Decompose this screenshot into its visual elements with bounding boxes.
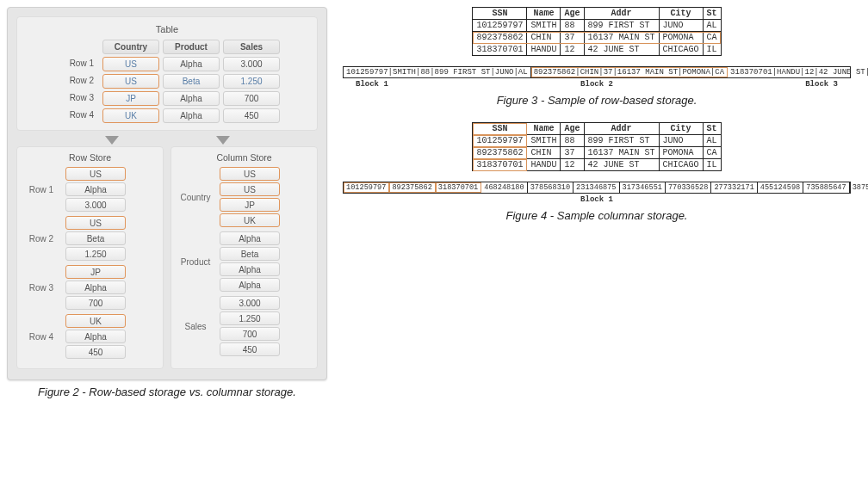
th-name: Name <box>527 8 561 20</box>
table-cell: IL <box>703 159 721 171</box>
row-store-row: Row 3 JP Alpha 700 <box>21 265 159 310</box>
table-cell: HANDU <box>527 159 561 171</box>
store-cell: US <box>65 167 126 181</box>
table-cell: 700 <box>223 91 280 106</box>
arrow-down-icon <box>216 136 230 145</box>
table-row: 318370701 HANDU 12 42 JUNE ST CHICAGO IL <box>473 159 721 171</box>
table-cell: 88 <box>561 20 584 32</box>
column-store-group: Product Alpha Beta Alpha Alpha <box>175 231 313 292</box>
table-cell: 88 <box>561 135 584 147</box>
block-segment-highlighted: 892375862|CHIN|37|16137 MAIN ST|POMONA|C… <box>531 67 728 77</box>
table-cell: CHIN <box>527 147 561 159</box>
col-header-country: Country <box>102 40 159 54</box>
block-segment: 468248180 <box>481 182 527 193</box>
block-label: Block 3 <box>805 80 838 89</box>
th-st: St <box>703 8 721 20</box>
table-cell: SMITH <box>527 135 561 147</box>
table-cell: JUNO <box>659 20 703 32</box>
table-cell: 318370701 <box>473 159 527 171</box>
th-name: Name <box>527 123 561 135</box>
column-store-title: Column Store <box>175 152 313 163</box>
store-cell: 3.000 <box>220 296 280 310</box>
row-store-label: Row 1 <box>21 185 62 194</box>
row-store-label: Row 4 <box>21 332 62 342</box>
fig2-panel: Table Country Product Sales Row 1 US Alp… <box>7 7 327 380</box>
table-row: 318370701 HANDU 12 42 JUNE ST CHICAGO IL <box>473 44 721 56</box>
table-cell: 892375862 <box>473 147 527 159</box>
table-cell: IL <box>703 44 721 56</box>
col-store-label: Product <box>175 257 216 267</box>
table-cell: US <box>102 57 159 71</box>
row-store-row: Row 1 US Alpha 3.000 <box>21 167 159 212</box>
store-cell: 700 <box>65 296 126 310</box>
table-cell: US <box>102 74 159 89</box>
th-addr: Addr <box>584 123 659 135</box>
table-row-highlighted: 892375862 CHIN 37 16137 MAIN ST POMONA C… <box>473 32 721 44</box>
table-cell: 3.000 <box>223 57 280 71</box>
page-layout: Table Country Product Sales Row 1 US Alp… <box>7 7 861 398</box>
block-label: Block 1 <box>356 80 388 89</box>
th-ssn: SSN <box>473 8 527 20</box>
fig4-data-table: SSN Name Age Addr City St 101259797 SMIT… <box>472 122 721 171</box>
col-header-sales: Sales <box>223 40 280 54</box>
row-store-title: Row Store <box>21 152 159 163</box>
block-segment: 770336528 <box>666 182 711 193</box>
block-segment-highlighted: 892375862 <box>389 182 435 193</box>
table-cell: AL <box>703 135 721 147</box>
store-cell: Alpha <box>220 262 280 276</box>
store-cell: JP <box>65 265 126 279</box>
row-store-row: Row 2 US Beta 1.250 <box>21 216 159 261</box>
row-label: Row 1 <box>54 57 99 71</box>
block-segment: 231346875 <box>574 182 619 193</box>
block-segment-highlighted: 318370701 <box>436 182 481 193</box>
table-cell: JUNO <box>659 135 703 147</box>
block-segment-highlighted: 101259797 <box>344 182 389 193</box>
table-cell: Alpha <box>163 108 220 123</box>
store-cell: 3.000 <box>65 198 126 212</box>
table-cell: 42 JUNE ST <box>584 159 659 171</box>
col-store-label: Sales <box>175 322 216 331</box>
store-cell: Beta <box>220 247 280 261</box>
fig3-block-strip: 101259797|SMITH|88|899 FIRST ST|JUNO|AL … <box>343 66 851 78</box>
table-cell: CHIN <box>527 32 561 44</box>
block-segment: 317346551 <box>620 182 666 193</box>
row-store-panel: Row Store Row 1 US Alpha 3.000 Row 2 US … <box>16 146 164 369</box>
th-addr: Addr <box>584 8 659 20</box>
fig3-data-table: SSN Name Age Addr City St 101259797 SMIT… <box>472 7 721 56</box>
column-store-group: Sales 3.000 1.250 700 450 <box>175 296 313 356</box>
table-row: 892375862 CHIN 37 16137 MAIN ST POMONA C… <box>473 147 721 159</box>
store-cell: Alpha <box>220 278 280 292</box>
store-cell: 450 <box>65 345 126 359</box>
th-age: Age <box>561 123 584 135</box>
th-city: City <box>659 8 703 20</box>
table-cell: 318370701 <box>473 44 527 56</box>
row-label: Row 3 <box>54 91 99 106</box>
row-store-label: Row 2 <box>21 234 62 244</box>
block-segment: 101259797|SMITH|88|899 FIRST ST|JUNO|AL <box>344 67 531 77</box>
table-cell: CHICAGO <box>659 44 703 56</box>
table-cell: 37 <box>561 32 584 44</box>
table-header-row: SSN Name Age Addr City St <box>473 123 721 135</box>
store-cell: 1.250 <box>220 311 280 325</box>
table-cell: 892375862 <box>473 32 527 44</box>
fig2-title: Table <box>22 24 312 34</box>
table-cell: 37 <box>561 147 584 159</box>
fig4-block-strip: 101259797 892375862 318370701 468248180 … <box>343 182 851 194</box>
arrow-down-icon <box>105 136 119 145</box>
col-store-label: Country <box>175 193 216 202</box>
table-cell: 899 FIRST ST <box>584 135 659 147</box>
store-cell: Beta <box>65 231 126 245</box>
fig3-block-labels: Block 1 Block 2 Block 3 <box>356 80 838 89</box>
fig2-table-panel: Table Country Product Sales Row 1 US Alp… <box>16 16 318 131</box>
store-cell: 700 <box>220 327 280 341</box>
th-st: St <box>703 123 721 135</box>
table-cell: 899 FIRST ST <box>584 20 659 32</box>
table-cell: 12 <box>561 44 584 56</box>
col-header-product: Product <box>163 40 220 54</box>
fig2-stores-row: Row Store Row 1 US Alpha 3.000 Row 2 US … <box>16 146 318 369</box>
right-column: SSN Name Age Addr City St 101259797 SMIT… <box>343 7 861 398</box>
table-cell: AL <box>703 20 721 32</box>
row-label: Row 4 <box>54 108 99 123</box>
block-segment: 318370701|HANDU|12|42 JUNE ST|CHICAGO|IL <box>728 67 868 77</box>
table-cell: 12 <box>561 159 584 171</box>
